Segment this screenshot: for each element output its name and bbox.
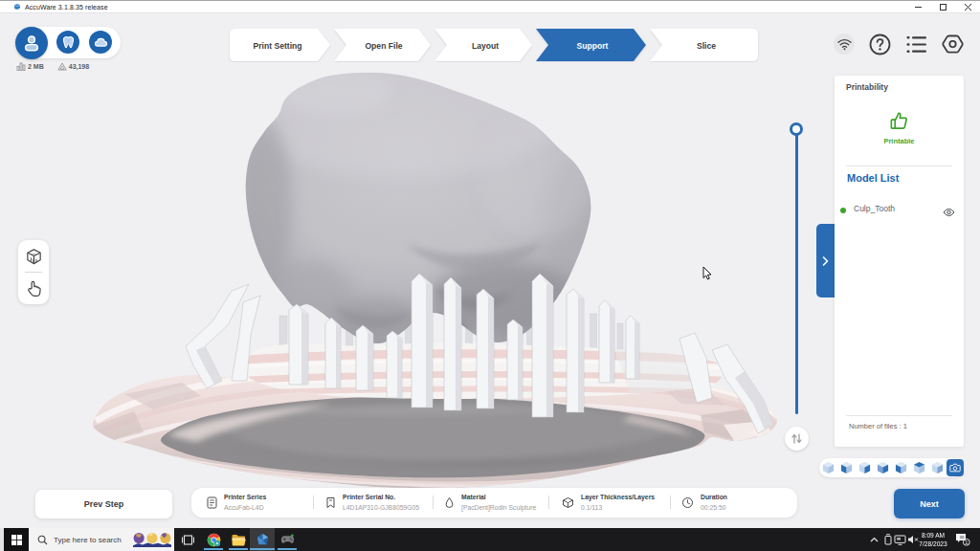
visibility-toggle[interactable]: [943, 204, 955, 221]
close-button[interactable]: [955, 0, 980, 13]
search-placeholder: Type here to search: [54, 536, 122, 544]
search-highlights-decoration: [133, 531, 171, 548]
view-cube-back-icon[interactable]: [858, 461, 871, 474]
tooth-icon: [61, 35, 76, 50]
chrome-app-button[interactable]: [201, 528, 226, 551]
material-icon: [444, 496, 455, 509]
layer-thickness-value: 0.1/113: [581, 503, 655, 513]
tooth-library-button[interactable]: [56, 31, 79, 54]
printability-title: Printability: [846, 82, 888, 92]
model-name: Culp_Tooth: [854, 204, 895, 213]
tray-expand-button[interactable]: [868, 528, 880, 551]
svg-text:Slice: Slice: [697, 41, 716, 51]
taskbar-search[interactable]: Type here to search: [29, 528, 174, 551]
slider-flip-button[interactable]: [785, 427, 809, 451]
help-button[interactable]: [868, 33, 891, 55]
chevron-up-icon: [870, 537, 879, 542]
file-size-stat: 2 MB: [16, 62, 44, 71]
screen: AccuWare 3.1.8.35 release: [0, 0, 980, 551]
step-layout[interactable]: Layout: [434, 29, 532, 61]
task-view-button[interactable]: [175, 528, 200, 551]
settings-icon: [942, 34, 964, 55]
panel-expand-button[interactable]: [816, 224, 835, 298]
layer-thickness-label: Layer Thickness/Layers: [581, 493, 655, 502]
panel-divider: [846, 415, 952, 416]
windows-taskbar: Type here to search: [0, 528, 980, 551]
printer-series-icon: [207, 496, 217, 509]
step-slice[interactable]: Slice: [650, 29, 758, 61]
layer-slider-handle[interactable]: [790, 122, 803, 136]
thumbs-up-icon: [835, 110, 964, 136]
accuware-app-icon: [256, 533, 270, 547]
task-view-icon: [182, 534, 194, 546]
file-size-icon: [16, 62, 26, 71]
accuware-app-button[interactable]: [250, 528, 275, 551]
header-actions: [834, 33, 964, 55]
minimize-button[interactable]: [905, 0, 930, 13]
duration-value: 00:25:50: [701, 503, 727, 513]
notification-icon: 1: [955, 533, 970, 546]
window-titlebar: AccuWare 3.1.8.35 release: [0, 0, 980, 13]
search-icon: [37, 535, 48, 545]
window-title: AccuWare 3.1.8.35 release: [25, 4, 108, 11]
printer-serial-label: Printer Serial No.: [343, 493, 419, 502]
cloud-button[interactable]: [89, 31, 112, 54]
clock-time: 8:09 AM: [922, 531, 945, 540]
file-explorer-button[interactable]: [226, 528, 251, 551]
printer-series-value: AccuFab-L4D: [224, 503, 266, 513]
taskbar-clock[interactable]: 8:09 AM 7/28/2023: [917, 528, 949, 551]
layer-slider-track[interactable]: [795, 125, 798, 414]
panel-divider: [846, 165, 952, 166]
model-list-item[interactable]: Culp_Tooth: [835, 201, 964, 218]
tray-device-button[interactable]: [881, 528, 894, 551]
view-cube-iso-icon[interactable]: [822, 461, 835, 474]
triangle-count-icon: [57, 62, 67, 71]
task-list-button[interactable]: [904, 33, 927, 55]
notification-center-button[interactable]: 1: [951, 528, 974, 551]
step-open-file[interactable]: Open File: [334, 29, 431, 61]
chevron-right-icon: [822, 256, 829, 266]
display-network-icon: [894, 535, 906, 545]
maximize-button[interactable]: [930, 0, 955, 13]
screenshot-button[interactable]: [947, 459, 964, 476]
hand-pointer-icon: [26, 280, 42, 298]
material-value: [PacDent]Rodin Sculpture: [461, 503, 536, 513]
model-culp-tooth[interactable]: [92, 62, 779, 488]
user-account-button[interactable]: [15, 27, 48, 59]
view-cube-top-icon[interactable]: [913, 461, 925, 474]
printability-panel: Printability Printable Model List Culp_T…: [835, 76, 964, 447]
running-indicator: [229, 548, 248, 550]
settings-button[interactable]: [941, 33, 964, 55]
camera-icon: [949, 463, 961, 473]
start-button[interactable]: [4, 528, 29, 551]
svg-text:Print Setting: Print Setting: [253, 41, 301, 51]
orientation-tool-button[interactable]: [18, 242, 49, 271]
material-label: Material: [461, 493, 536, 502]
model-list-title: Model List: [847, 172, 899, 184]
view-cube-right-icon[interactable]: [895, 461, 907, 474]
prev-step-label: Prev Step: [84, 499, 124, 509]
game-bar-button[interactable]: [275, 528, 300, 551]
view-cube-left-icon[interactable]: [877, 461, 889, 474]
help-icon: [869, 33, 891, 55]
info-divider: [670, 496, 671, 509]
duration-label: Duration: [701, 493, 727, 502]
printable-status: Printable: [835, 137, 964, 145]
printer-serial-icon: [325, 496, 336, 509]
tray-network-button[interactable]: [894, 528, 906, 551]
mouse-cursor-icon: [703, 267, 711, 279]
view-cube-front-icon[interactable]: [840, 461, 853, 474]
wifi-button[interactable]: [834, 33, 855, 55]
prev-step-button[interactable]: Prev Step: [35, 490, 172, 518]
view-cube-bottom-icon[interactable]: [931, 461, 944, 474]
printer-serial-value: L4D1AP310-GJB8059G05: [343, 503, 419, 513]
material-info: Material [PacDent]Rodin Sculpture: [444, 488, 536, 518]
step-print-setting[interactable]: Print Setting: [230, 29, 330, 61]
windows-logo-icon: [11, 535, 22, 545]
pan-tool-button[interactable]: [18, 275, 49, 303]
triangle-count-value: 43,198: [69, 63, 89, 70]
running-indicator: [204, 548, 223, 550]
step-support[interactable]: Support: [536, 29, 646, 61]
chrome-icon: [207, 533, 221, 547]
next-step-button[interactable]: Next: [894, 489, 965, 518]
